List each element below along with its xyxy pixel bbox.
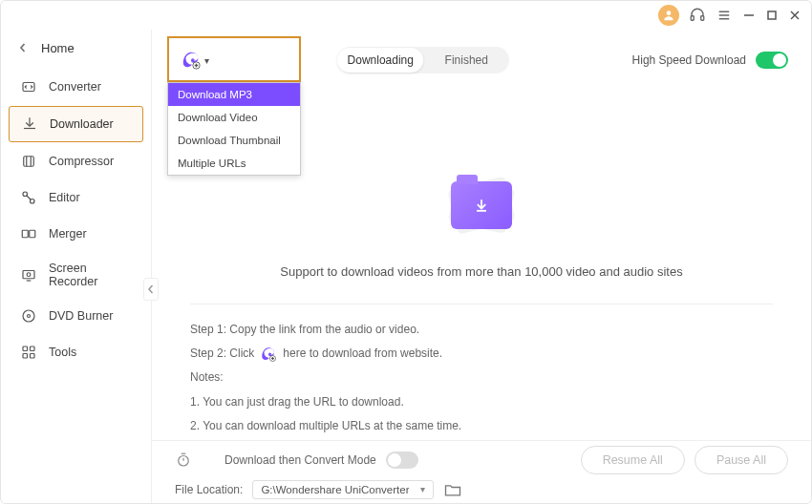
svg-rect-18 — [30, 230, 35, 238]
sidebar-item-merger[interactable]: Merger — [9, 217, 143, 251]
note1-text: 1. You can just drag the URL to download… — [190, 393, 404, 411]
resume-all-button[interactable]: Resume All — [581, 446, 685, 474]
instructions: Step 1: Copy the link from the audio or … — [190, 304, 773, 438]
converter-icon — [20, 78, 37, 95]
screen-recorder-icon — [20, 266, 37, 284]
sidebar-item-label: Editor — [49, 191, 80, 204]
tab-downloading[interactable]: Downloading — [337, 48, 423, 73]
home-button[interactable]: Home — [1, 35, 151, 69]
menu-icon[interactable] — [716, 7, 733, 24]
downloader-icon — [21, 116, 38, 133]
sidebar-item-label: Converter — [49, 80, 101, 94]
sidebar-item-dvd-burner[interactable]: DVD Burner — [9, 299, 143, 333]
svg-line-16 — [27, 196, 32, 200]
dropdown-item-mp3[interactable]: Download MP3 — [168, 83, 300, 106]
sidebar-item-converter[interactable]: Converter — [9, 70, 143, 104]
sidebar: Home Converter Downloader Compressor — [1, 30, 152, 503]
user-avatar-icon[interactable] — [658, 5, 679, 26]
chevron-down-icon: ▾ — [420, 484, 425, 494]
notes-title: Notes: — [190, 368, 224, 387]
sidebar-item-label: Merger — [49, 227, 87, 241]
file-location-label: File Location: — [175, 483, 243, 496]
sidebar-item-label: Tools — [49, 346, 76, 359]
download-illustration — [424, 167, 539, 243]
svg-point-23 — [28, 315, 31, 318]
dropdown-item-thumbnail[interactable]: Download Thumbnail — [168, 129, 300, 152]
titlebar — [1, 1, 811, 30]
svg-rect-2 — [701, 16, 704, 21]
svg-rect-24 — [23, 346, 28, 351]
step1-text: Step 1: Copy the link from the audio or … — [190, 321, 419, 339]
tab-finished[interactable]: Finished — [423, 48, 509, 73]
high-speed-label: High Speed Download — [632, 53, 746, 67]
app-logo-icon — [181, 50, 202, 71]
download-type-dropdown: Download MP3 Download Video Download Thu… — [167, 82, 301, 176]
tools-icon — [20, 344, 37, 361]
sidebar-item-label: DVD Burner — [49, 309, 113, 323]
svg-point-20 — [27, 273, 31, 277]
step2-text-a: Step 2: Click — [190, 345, 254, 363]
minimize-button[interactable] — [742, 9, 756, 22]
sidebar-item-label: Downloader — [50, 117, 114, 131]
close-button[interactable] — [788, 9, 801, 22]
svg-rect-7 — [768, 11, 776, 19]
dropdown-item-multiple[interactable]: Multiple URLs — [168, 152, 300, 175]
step2-text-b: here to download from website. — [283, 345, 442, 363]
svg-rect-27 — [31, 354, 35, 359]
note2-text: 2. You can download multiple URLs at the… — [190, 417, 461, 435]
svg-rect-19 — [23, 271, 34, 279]
svg-rect-17 — [22, 230, 28, 238]
sidebar-item-compressor[interactable]: Compressor — [9, 144, 143, 178]
file-location-select[interactable]: G:\Wondershare UniConverter ▾ — [252, 480, 434, 499]
add-download-button[interactable]: ▾ — [175, 46, 215, 74]
chevron-left-icon — [18, 41, 28, 55]
editor-icon — [20, 189, 37, 206]
file-location-value: G:\Wondershare UniConverter — [261, 484, 409, 495]
convert-mode-label: Download then Convert Mode — [224, 453, 376, 467]
sidebar-item-editor[interactable]: Editor — [9, 180, 143, 215]
merger-icon — [20, 225, 37, 242]
sidebar-collapse-button[interactable] — [143, 278, 159, 301]
compressor-icon — [20, 153, 37, 170]
sidebar-item-tools[interactable]: Tools — [9, 335, 143, 369]
app-logo-small-icon — [260, 346, 277, 363]
sidebar-item-downloader[interactable]: Downloader — [9, 106, 143, 142]
sidebar-item-label: Compressor — [49, 155, 114, 168]
timer-icon[interactable] — [175, 452, 192, 469]
svg-rect-11 — [24, 157, 34, 167]
chevron-down-icon: ▾ — [204, 55, 209, 66]
convert-mode-toggle[interactable] — [386, 452, 418, 469]
topbar: ▾ Download MP3 Download Video Download T… — [152, 30, 811, 91]
download-tabs: Downloading Finished — [337, 47, 509, 74]
svg-rect-1 — [691, 16, 694, 21]
svg-rect-26 — [23, 354, 28, 359]
home-label: Home — [41, 41, 75, 55]
svg-rect-25 — [31, 346, 35, 351]
svg-point-0 — [667, 10, 672, 15]
hero-text: Support to download videos from more tha… — [280, 264, 682, 279]
dropdown-item-video[interactable]: Download Video — [168, 106, 300, 129]
dvd-burner-icon — [20, 307, 37, 325]
pause-all-button[interactable]: Pause All — [694, 446, 788, 474]
footer: Download then Convert Mode Resume All Pa… — [152, 440, 811, 503]
maximize-button[interactable] — [765, 9, 779, 22]
sidebar-item-label: Screen Recorder — [49, 262, 132, 288]
sidebar-item-screen-recorder[interactable]: Screen Recorder — [9, 253, 143, 297]
headset-icon[interactable] — [689, 7, 706, 24]
svg-point-22 — [23, 310, 34, 322]
high-speed-toggle[interactable] — [756, 52, 788, 69]
browse-folder-button[interactable] — [443, 481, 462, 498]
